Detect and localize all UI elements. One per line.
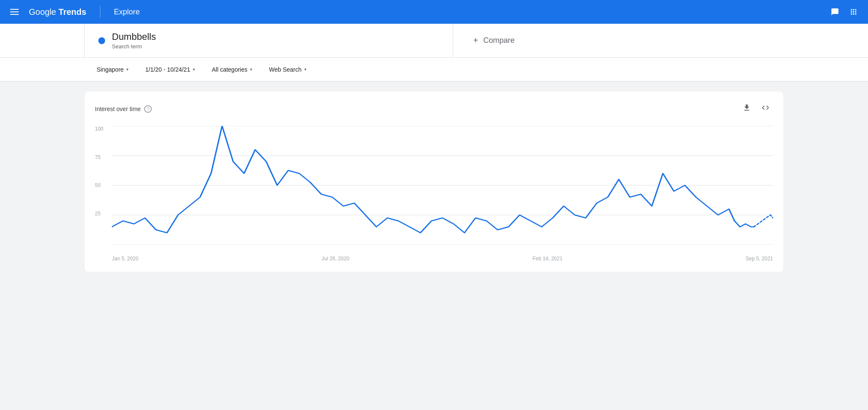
trend-line-dotted <box>754 215 773 227</box>
category-filter[interactable]: All categories ▾ <box>209 64 256 75</box>
interest-over-time-card: Interest over time ? 100 75 50 25 <box>85 92 783 272</box>
chart-title: Interest over time <box>95 106 141 112</box>
chart-header: Interest over time ? <box>95 102 773 116</box>
x-label-feb2021: Feb 14, 2021 <box>532 256 562 262</box>
y-label-100: 100 <box>95 126 103 132</box>
date-filter[interactable]: 1/1/20 - 10/24/21 ▾ <box>142 64 198 75</box>
y-label-75: 75 <box>95 154 103 160</box>
logo: Google Trends <box>29 7 86 17</box>
search-section: Dumbbells Search term + Compare <box>0 24 868 58</box>
date-label: 1/1/20 - 10/24/21 <box>145 66 190 73</box>
search-type-filter[interactable]: Web Search ▾ <box>266 64 310 75</box>
x-label-sep2021: Sep 5, 2021 <box>746 256 773 262</box>
search-term-name: Dumbbells <box>112 31 156 42</box>
chart-title-area: Interest over time ? <box>95 105 152 113</box>
header: Google Trends Explore <box>0 0 868 24</box>
compare-area[interactable]: + Compare <box>453 24 835 57</box>
download-button[interactable] <box>739 102 754 116</box>
chart-wrapper: 100 75 50 25 <box>95 126 773 262</box>
right-spacer <box>834 24 868 57</box>
page-title: Explore <box>114 8 140 17</box>
date-arrow-icon: ▾ <box>193 67 195 72</box>
search-type-label: Web Search <box>269 66 302 73</box>
line-chart <box>112 126 773 245</box>
search-term-area: Dumbbells Search term <box>85 24 453 57</box>
main-content: Interest over time ? 100 75 50 25 <box>0 81 868 289</box>
term-info: Dumbbells Search term <box>112 31 156 50</box>
compare-plus-icon: + <box>473 36 479 45</box>
region-filter[interactable]: Singapore ▾ <box>93 64 132 75</box>
x-axis-labels: Jan 5, 2020 Jul 26, 2020 Feb 14, 2021 Se… <box>112 256 773 262</box>
filters-bar: Singapore ▾ 1/1/20 - 10/24/21 ▾ All cate… <box>0 58 868 81</box>
region-arrow-icon: ▾ <box>126 67 128 72</box>
embed-button[interactable] <box>758 102 773 116</box>
left-spacer <box>0 24 85 57</box>
help-icon[interactable]: ? <box>144 105 152 113</box>
category-arrow-icon: ▾ <box>250 67 252 72</box>
x-label-jul2020: Jul 26, 2020 <box>322 256 349 262</box>
search-term-type: Search term <box>112 43 156 50</box>
menu-icon[interactable] <box>7 6 22 18</box>
chart-actions <box>739 102 773 116</box>
category-label: All categories <box>212 66 248 73</box>
feedback-button[interactable] <box>827 4 843 20</box>
y-label-25: 25 <box>95 211 103 217</box>
y-axis-labels: 100 75 50 25 <box>95 126 103 245</box>
y-label-0 <box>95 239 103 245</box>
term-indicator-dot <box>98 37 105 44</box>
trend-line <box>112 126 754 233</box>
logo-text: Google Trends <box>29 7 86 17</box>
region-label: Singapore <box>97 66 124 73</box>
header-divider <box>100 6 100 18</box>
y-label-50: 50 <box>95 182 103 188</box>
header-right <box>827 4 861 20</box>
x-label-jan2020: Jan 5, 2020 <box>112 256 139 262</box>
compare-label: Compare <box>483 36 515 45</box>
apps-button[interactable] <box>846 4 861 20</box>
header-left: Google Trends Explore <box>7 6 140 18</box>
search-type-arrow-icon: ▾ <box>304 67 306 72</box>
